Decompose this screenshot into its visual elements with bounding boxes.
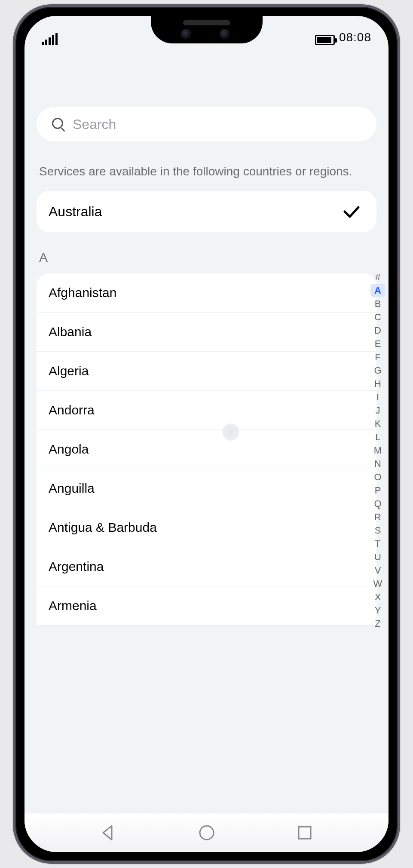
index-letter[interactable]: I (370, 390, 385, 404)
index-letter[interactable]: U (370, 550, 385, 564)
search-placeholder: Search (73, 117, 116, 132)
index-letter[interactable]: H (370, 377, 385, 390)
search-input[interactable]: Search (37, 107, 376, 141)
home-icon (196, 822, 217, 843)
search-icon (52, 118, 65, 131)
index-letter[interactable]: N (370, 457, 385, 470)
index-letter[interactable]: F (370, 350, 385, 364)
index-letter[interactable]: A (370, 284, 385, 297)
section-header: A (37, 232, 376, 273)
status-clock: 08:08 (339, 31, 371, 45)
signal-icon (42, 33, 58, 45)
list-item[interactable]: Afghanistan (37, 273, 376, 313)
speaker-grill (183, 20, 230, 25)
svg-rect-1 (299, 827, 311, 839)
front-camera (220, 29, 230, 39)
index-letter[interactable]: R (370, 510, 385, 524)
screen: 08:08 Search Services are available in t… (23, 15, 390, 853)
back-button[interactable] (94, 818, 123, 847)
list-item[interactable]: Algeria (37, 352, 376, 391)
index-letter[interactable]: K (370, 417, 385, 430)
index-letter[interactable]: M (370, 444, 385, 457)
list-item[interactable]: Armenia (37, 586, 376, 626)
index-letter[interactable]: W (370, 577, 385, 590)
index-letter[interactable]: V (370, 564, 385, 577)
phone-frame: 08:08 Search Services are available in t… (13, 4, 400, 864)
index-letter[interactable]: S (370, 524, 385, 537)
battery-icon (315, 35, 335, 45)
list-item[interactable]: Antigua & Barbuda (37, 508, 376, 547)
index-letter[interactable]: # (370, 270, 385, 284)
index-letter[interactable]: D (370, 324, 385, 337)
index-letter[interactable]: L (370, 430, 385, 444)
index-letter[interactable]: G (370, 364, 385, 377)
list-item[interactable]: Angola (37, 430, 376, 469)
recents-icon (294, 822, 315, 843)
index-letter[interactable]: J (370, 404, 385, 417)
home-button[interactable] (192, 818, 221, 847)
index-letter[interactable]: E (370, 337, 385, 350)
index-letter[interactable]: C (370, 310, 385, 324)
index-letter[interactable]: X (370, 590, 385, 604)
check-icon (341, 201, 362, 222)
nav-bar (24, 813, 389, 852)
index-letter[interactable]: B (370, 297, 385, 310)
index-letter[interactable]: T (370, 537, 385, 550)
index-letter[interactable]: Q (370, 497, 385, 510)
index-letter[interactable]: P (370, 484, 385, 497)
svg-point-0 (200, 826, 214, 840)
phone-side-button (398, 291, 400, 368)
list-item[interactable]: Andorra (37, 391, 376, 430)
alpha-index[interactable]: #ABCDEFGHIJKLMNOPQRSTUVWXYZ (370, 270, 385, 630)
selected-country-label: Australia (49, 204, 102, 220)
recents-button[interactable] (290, 818, 319, 847)
selected-country[interactable]: Australia (37, 191, 376, 232)
availability-description: Services are available in the following … (37, 141, 376, 191)
country-list: Afghanistan Albania Algeria Andorra Ango… (37, 273, 376, 626)
index-letter[interactable]: O (370, 470, 385, 484)
list-item[interactable]: Anguilla (37, 469, 376, 508)
list-item[interactable]: Argentina (37, 547, 376, 586)
back-icon (98, 822, 119, 843)
front-camera (181, 29, 191, 39)
index-letter[interactable]: Y (370, 604, 385, 617)
notch (151, 15, 263, 43)
phone-side-button (13, 248, 15, 286)
list-item[interactable]: Albania (37, 313, 376, 352)
index-letter[interactable]: Z (370, 617, 385, 630)
phone-side-button (398, 209, 400, 243)
